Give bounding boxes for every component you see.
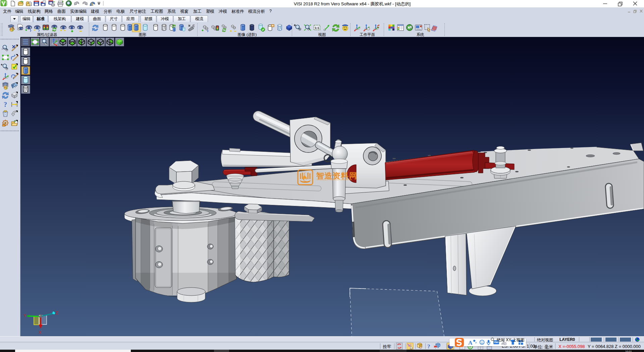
svg-text:?: ? (4, 101, 7, 108)
svg-text:7: 7 (504, 343, 506, 345)
svg-text:Y: Y (23, 313, 26, 318)
svg-text:X: X (39, 330, 42, 335)
svg-text:?: ? (427, 343, 430, 350)
svg-text:Z: Z (56, 310, 58, 315)
svg-text:1:1: 1:1 (315, 26, 319, 30)
svg-text:A: A (468, 340, 473, 346)
